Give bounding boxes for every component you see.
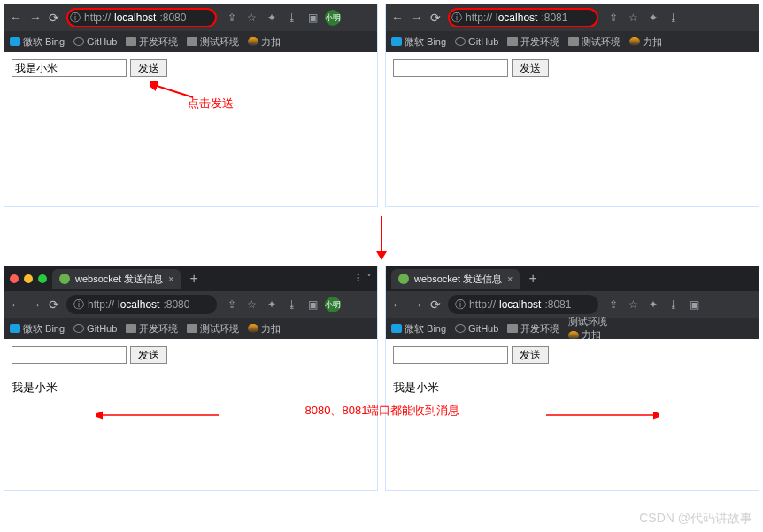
url-bar[interactable]: ⓘ http://localhost:8081 [448, 8, 598, 27]
star-icon[interactable]: ☆ [628, 12, 638, 24]
received-message: 我是小米 [393, 380, 751, 396]
share-icon[interactable]: ⇪ [227, 12, 236, 24]
message-input[interactable] [12, 346, 127, 364]
folder-icon [507, 37, 518, 46]
bookmark-github[interactable]: GitHub [73, 323, 117, 334]
url-bar[interactable]: ⓘ http://localhost:8080 [66, 295, 217, 314]
reload-icon[interactable]: ⟳ [430, 297, 441, 312]
folder-icon [126, 324, 136, 333]
share-icon[interactable]: ⇪ [609, 12, 618, 24]
download-icon[interactable]: ⭳ [287, 12, 297, 24]
send-button[interactable]: 发送 [512, 346, 549, 364]
extensions-icon[interactable]: ✦ [267, 298, 276, 311]
download-icon[interactable]: ⭳ [668, 12, 679, 24]
folder-icon [187, 37, 197, 46]
send-button[interactable]: 发送 [130, 346, 167, 364]
close-tab-icon[interactable]: × [168, 274, 173, 284]
url-scheme: http:// [84, 12, 111, 24]
profile-avatar[interactable]: 小明 [325, 10, 341, 26]
watermark: CSDN @代码讲故事 [639, 511, 752, 527]
back-icon[interactable]: ← [391, 297, 404, 312]
folder-icon [126, 37, 136, 46]
bookmark-github[interactable]: GitHub [455, 36, 498, 47]
bookmark-dev[interactable]: 开发环境 [507, 35, 559, 49]
browser-window-bottom-right: websocket 发送信息× + ← → ⟳ ⓘ http://localho… [385, 266, 759, 491]
tab-title: websocket 发送信息 [75, 273, 163, 286]
info-icon: ⓘ [451, 11, 462, 26]
message-input[interactable] [393, 346, 508, 364]
bing-icon [391, 37, 402, 46]
send-button[interactable]: 发送 [130, 59, 167, 77]
bookmark-test[interactable]: 测试环境 [187, 35, 239, 49]
bookmark-lk[interactable]: 力扣 [629, 35, 662, 49]
address-bar: ← → ⟳ ⓘ http://localhost:8081 ⇪ ☆ ✦ ⭳ ▣ [386, 291, 759, 318]
bookmarks-bar: 微软 Bing GitHub 开发环境 测试环境 力扣 [386, 318, 759, 339]
back-icon[interactable]: ← [10, 297, 22, 312]
url-bar[interactable]: ⓘ http://localhost:8080 [66, 8, 217, 27]
browser-tab[interactable]: websocket 发送信息× [391, 269, 520, 289]
extensions-icon[interactable]: ✦ [649, 12, 658, 24]
star-icon[interactable]: ☆ [247, 12, 257, 24]
back-icon[interactable]: ← [10, 11, 22, 25]
browser-tab[interactable]: websocket 发送信息× [52, 269, 181, 289]
download-icon[interactable]: ⭳ [287, 298, 297, 311]
new-tab-icon[interactable]: + [189, 271, 197, 287]
folder-icon [187, 324, 197, 333]
forward-icon[interactable]: → [29, 297, 42, 312]
bookmark-dev[interactable]: 开发环境 [507, 322, 559, 335]
bookmark-github[interactable]: GitHub [455, 323, 498, 334]
url-host: localhost [118, 298, 159, 311]
bookmark-lk[interactable]: 力扣 [248, 35, 281, 49]
page-content: 发送 [386, 52, 759, 206]
forward-icon[interactable]: → [411, 297, 423, 312]
traffic-lights[interactable] [10, 274, 47, 283]
bookmark-test[interactable]: 测试环境 [187, 322, 239, 335]
star-icon[interactable]: ☆ [628, 298, 638, 311]
bookmark-dev[interactable]: 开发环境 [126, 322, 178, 335]
bookmark-lk[interactable]: 力扣 [248, 322, 281, 335]
message-input[interactable] [12, 59, 127, 77]
bookmark-github[interactable]: GitHub [73, 36, 117, 47]
bookmark-bing[interactable]: 微软 Bing [10, 322, 65, 335]
reload-icon[interactable]: ⟳ [49, 297, 59, 312]
favicon-icon [59, 274, 70, 284]
download-icon[interactable]: ⭳ [668, 298, 679, 311]
bookmark-bing[interactable]: 微软 Bing [10, 35, 65, 49]
message-input[interactable] [393, 59, 508, 77]
sidepanel-icon[interactable]: ▣ [308, 298, 318, 311]
new-tab-icon[interactable]: + [528, 271, 536, 287]
profile-avatar[interactable]: 小明 [325, 297, 341, 312]
forward-icon[interactable]: → [29, 11, 42, 25]
reload-icon[interactable]: ⟳ [430, 11, 441, 25]
url-scheme: http:// [88, 298, 114, 311]
sidepanel-icon[interactable]: ▣ [308, 12, 318, 24]
bing-icon [10, 37, 20, 46]
url-scheme: http:// [466, 12, 492, 24]
window-expand-icon[interactable]: ⠇ ˅ [356, 273, 372, 285]
tab-bar: websocket 发送信息× + [386, 266, 759, 291]
send-button[interactable]: 发送 [512, 59, 549, 77]
close-tab-icon[interactable]: × [507, 274, 513, 284]
url-host: localhost [499, 298, 541, 311]
bookmarks-bar: 微软 Bing GitHub 开发环境 测试环境 力扣 [386, 31, 759, 52]
bookmark-test[interactable]: 测试环境 力扣 [568, 315, 607, 342]
extensions-icon[interactable]: ✦ [267, 12, 276, 24]
bing-icon [391, 324, 402, 333]
bookmark-dev[interactable]: 开发环境 [126, 35, 178, 49]
tab-bar: websocket 发送信息× + ⠇ ˅ [4, 266, 377, 291]
reload-icon[interactable]: ⟳ [49, 11, 59, 25]
share-icon[interactable]: ⇪ [609, 298, 618, 311]
star-icon[interactable]: ☆ [247, 298, 257, 311]
back-icon[interactable]: ← [391, 11, 404, 25]
url-host: localhost [114, 12, 156, 24]
forward-icon[interactable]: → [411, 11, 423, 25]
url-bar[interactable]: ⓘ http://localhost:8081 [448, 295, 598, 314]
extensions-icon[interactable]: ✦ [649, 298, 658, 311]
bookmark-test[interactable]: 测试环境 [568, 35, 620, 49]
annotation-click-send: 点击发送 [188, 96, 234, 112]
bookmark-bing[interactable]: 微软 Bing [391, 35, 446, 49]
share-icon[interactable]: ⇪ [227, 298, 236, 311]
bookmark-bing[interactable]: 微软 Bing [391, 322, 446, 335]
sidepanel-icon[interactable]: ▣ [690, 298, 699, 311]
browser-window-top-right: ← → ⟳ ⓘ http://localhost:8081 ⇪ ☆ ✦ ⭳ 微软… [385, 4, 759, 207]
